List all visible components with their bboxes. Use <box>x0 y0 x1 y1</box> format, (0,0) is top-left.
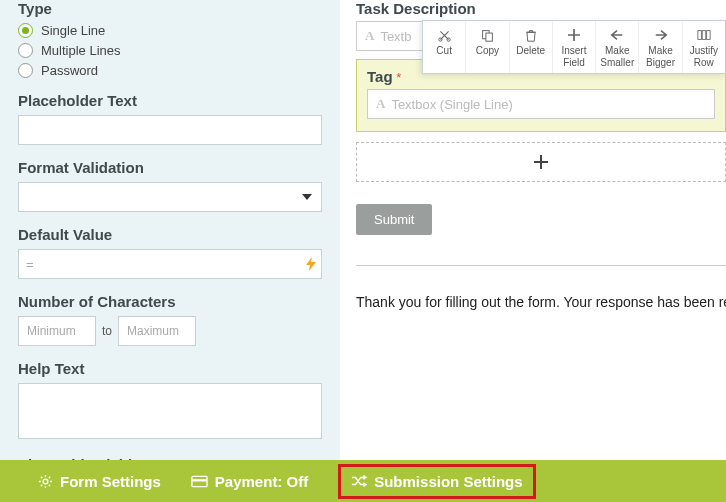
add-field-row[interactable] <box>356 142 726 182</box>
shuffle-icon <box>351 474 367 488</box>
placeholder-group: Placeholder Text <box>18 92 322 145</box>
settings-sidebar: Type Single Line Multiple Lines Password… <box>0 0 340 460</box>
copy-icon <box>466 27 508 43</box>
svg-rect-4 <box>698 31 702 40</box>
tag-placeholder: Textbox (Single Line) <box>391 97 512 112</box>
form-settings-button[interactable]: Form Settings <box>38 473 161 490</box>
svg-rect-3 <box>486 33 493 41</box>
format-validation-input[interactable] <box>18 182 322 212</box>
default-value-group: Default Value = <box>18 226 322 279</box>
equals-icon: = <box>26 257 34 272</box>
min-input[interactable] <box>18 316 96 346</box>
make-smaller-button[interactable]: Make Smaller <box>595 21 638 73</box>
radio-icon <box>18 63 33 78</box>
help-text-group: Help Text <box>18 360 322 442</box>
svg-rect-5 <box>702 31 706 40</box>
numchars-label: Number of Characters <box>18 293 322 310</box>
format-validation-select[interactable] <box>18 182 322 212</box>
arrow-left-icon <box>596 27 638 43</box>
required-asterisk: * <box>396 70 401 85</box>
trash-icon <box>510 27 552 43</box>
insert-field-button[interactable]: Insert Field <box>552 21 595 73</box>
radio-icon <box>18 43 33 58</box>
radio-multiple-lines[interactable]: Multiple Lines <box>18 43 322 58</box>
bottom-bar: Form Settings Payment: Off Submission Se… <box>0 460 726 502</box>
separator <box>356 265 726 266</box>
text-field-icon: A <box>376 96 385 112</box>
placeholder-input[interactable] <box>18 115 322 145</box>
bolt-icon[interactable] <box>306 257 316 271</box>
format-validation-group: Format Validation <box>18 159 322 212</box>
type-label: Type <box>18 0 322 17</box>
plus-icon <box>534 155 548 169</box>
svg-rect-9 <box>192 479 207 481</box>
cut-button[interactable]: Cut <box>423 21 465 73</box>
task-description-label: Task Description <box>356 0 726 17</box>
cut-icon <box>423 27 465 43</box>
type-group: Type Single Line Multiple Lines Password <box>18 0 322 78</box>
format-validation-label: Format Validation <box>18 159 322 176</box>
tag-field[interactable]: A Textbox (Single Line) <box>367 89 715 119</box>
svg-point-7 <box>43 479 48 484</box>
text-field-icon: A <box>365 28 374 44</box>
default-value-label: Default Value <box>18 226 322 243</box>
copy-button[interactable]: Copy <box>465 21 508 73</box>
svg-rect-6 <box>706 31 710 40</box>
numchars-group: Number of Characters to <box>18 293 322 346</box>
to-label: to <box>102 324 112 338</box>
justify-icon <box>683 27 725 43</box>
max-input[interactable] <box>118 316 196 346</box>
submit-button[interactable]: Submit <box>356 204 432 235</box>
submission-settings-button[interactable]: Submission Settings <box>338 464 535 499</box>
task-description-placeholder: Textb <box>380 29 411 44</box>
arrow-right-icon <box>639 27 681 43</box>
radio-password[interactable]: Password <box>18 63 322 78</box>
delete-button[interactable]: Delete <box>509 21 552 73</box>
placeholder-label: Placeholder Text <box>18 92 322 109</box>
payment-button[interactable]: Payment: Off <box>191 473 308 490</box>
justify-row-button[interactable]: Justify Row <box>682 21 725 73</box>
make-bigger-button[interactable]: Make Bigger <box>638 21 681 73</box>
help-text-label: Help Text <box>18 360 322 377</box>
form-preview: Task Description A Textb Tag * A Textbox… <box>340 0 726 460</box>
gear-icon <box>38 474 53 489</box>
help-text-input[interactable] <box>18 383 322 439</box>
radio-icon <box>18 23 33 38</box>
card-icon <box>191 475 208 488</box>
context-toolbar: Cut Copy Delete Insert Field <box>422 20 726 74</box>
default-value-input[interactable] <box>18 249 322 279</box>
radio-single-line[interactable]: Single Line <box>18 23 322 38</box>
plus-icon <box>553 27 595 43</box>
thank-you-message: Thank you for filling out the form. Your… <box>356 294 726 310</box>
tag-label: Tag <box>367 68 393 85</box>
